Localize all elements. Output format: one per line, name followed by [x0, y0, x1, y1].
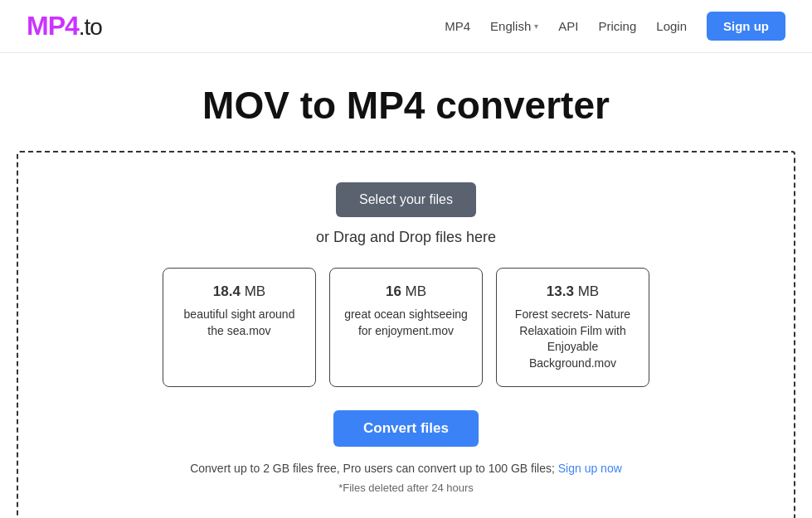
- logo-mp4: MP4: [27, 11, 79, 41]
- file-card: 16 MB great ocean sightseeing for enjoym…: [329, 268, 483, 387]
- files-note: *Files deleted after 24 hours: [338, 482, 474, 494]
- nav-api[interactable]: API: [558, 19, 578, 33]
- dropzone[interactable]: Select your files or Drag and Drop files…: [17, 151, 795, 518]
- header: MP4.to MP4 English ▾ API Pricing Login S…: [0, 0, 812, 53]
- file-size-unit: MB: [401, 283, 426, 299]
- logo: MP4.to: [27, 11, 102, 41]
- main-content: MOV to MP4 converter Select your files o…: [0, 53, 812, 518]
- file-size: 16 MB: [343, 283, 469, 300]
- file-size-unit: MB: [574, 283, 599, 299]
- nav: MP4 English ▾ API Pricing Login Sign up: [445, 12, 785, 41]
- nav-login[interactable]: Login: [656, 19, 687, 33]
- convert-info-text: Convert up to 2 GB files free, Pro users…: [190, 462, 555, 475]
- drag-drop-text: or Drag and Drop files here: [316, 229, 496, 246]
- file-size: 18.4 MB: [177, 283, 302, 300]
- file-card: 13.3 MB Forest secrets- Nature Relaxatio…: [496, 268, 649, 387]
- file-name: Forest secrets- Nature Relaxatioin Film …: [510, 307, 635, 371]
- signup-now-link[interactable]: Sign up now: [558, 462, 622, 475]
- nav-mp4[interactable]: MP4: [445, 19, 470, 33]
- nav-english-dropdown[interactable]: English ▾: [490, 19, 538, 33]
- convert-info: Convert up to 2 GB files free, Pro users…: [190, 462, 622, 475]
- signup-button[interactable]: Sign up: [707, 12, 785, 41]
- file-name: beautiful sight around the sea.mov: [177, 307, 302, 339]
- page-title: MOV to MP4 converter: [202, 83, 610, 128]
- file-card: 18.4 MB beautiful sight around the sea.m…: [163, 268, 316, 387]
- nav-pricing[interactable]: Pricing: [598, 19, 636, 33]
- logo-dot: .: [79, 14, 85, 41]
- logo-to: to: [85, 14, 102, 41]
- file-size-num: 16: [386, 283, 401, 299]
- file-name: great ocean sightseeing for enjoyment.mo…: [343, 307, 469, 339]
- file-size: 13.3 MB: [510, 283, 635, 300]
- file-cards-container: 18.4 MB beautiful sight around the sea.m…: [163, 268, 649, 387]
- file-size-num: 18.4: [213, 283, 241, 299]
- select-files-button[interactable]: Select your files: [336, 182, 476, 217]
- nav-english-label: English: [490, 19, 531, 33]
- file-size-unit: MB: [241, 283, 265, 299]
- file-size-num: 13.3: [547, 283, 574, 299]
- convert-button[interactable]: Convert files: [333, 410, 479, 447]
- chevron-down-icon: ▾: [534, 22, 538, 31]
